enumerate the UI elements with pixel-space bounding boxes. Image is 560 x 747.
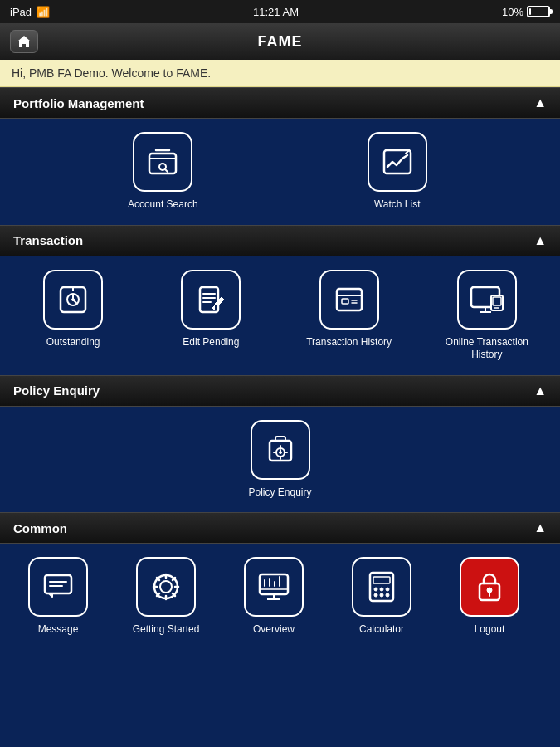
policy-enquiry-item[interactable]: Policy Enquiry	[231, 420, 330, 500]
svg-point-10	[72, 298, 75, 300]
account-search-icon-box	[133, 132, 192, 192]
transaction-chevron: ▲	[533, 233, 547, 248]
home-button[interactable]	[10, 30, 38, 53]
transaction-history-label: Transaction History	[306, 336, 392, 349]
overview-item[interactable]: Overview	[224, 557, 324, 637]
account-search-label: Account Search	[128, 198, 198, 212]
calculator-icon-box	[352, 557, 411, 617]
policy-enquiry-label: Policy Enquiry	[248, 486, 311, 500]
policy-chevron: ▲	[533, 383, 547, 398]
edit-pending-icon-box	[181, 270, 241, 330]
getting-started-label: Getting Started	[133, 623, 200, 637]
edit-pending-label: Edit Pending	[183, 336, 239, 349]
svg-point-61	[386, 593, 389, 597]
watch-list-icon-box	[368, 132, 427, 192]
message-icon-box	[28, 557, 88, 617]
logout-item[interactable]: Logout	[440, 557, 539, 637]
calculator-item[interactable]: Calculator	[332, 557, 431, 637]
svg-point-60	[380, 593, 383, 597]
outstanding-icon-box	[43, 270, 103, 330]
svg-rect-16	[342, 299, 348, 304]
status-left: iPad 📶	[10, 6, 50, 18]
online-transaction-history-label: Online Transaction History	[437, 336, 537, 362]
portfolio-section-content: Account Search Watch List	[0, 119, 560, 225]
policy-section-content: Policy Enquiry	[0, 407, 560, 513]
watch-list-item[interactable]: Watch List	[348, 132, 447, 212]
common-chevron: ▲	[533, 520, 547, 535]
battery-percent: 10%	[502, 6, 523, 18]
svg-point-32	[279, 451, 281, 453]
battery-fill	[529, 8, 531, 15]
outstanding-item[interactable]: Outstanding	[23, 270, 123, 349]
status-right: 10%	[502, 6, 550, 18]
svg-line-2	[165, 169, 168, 172]
outstanding-label: Outstanding	[46, 336, 100, 349]
overview-icon-box	[244, 557, 304, 617]
svg-rect-15	[337, 289, 362, 310]
message-label: Message	[38, 623, 79, 637]
device-name: iPad	[10, 6, 32, 18]
status-time: 11:21 AM	[253, 6, 299, 18]
transaction-history-icon-box	[319, 270, 379, 330]
common-section-header[interactable]: Common ▲	[0, 512, 560, 544]
transaction-section-title: Transaction	[13, 233, 83, 247]
svg-rect-11	[200, 287, 218, 312]
getting-started-item[interactable]: Getting Started	[116, 557, 216, 637]
svg-point-37	[160, 581, 172, 593]
status-bar: iPad 📶 11:21 AM 10%	[0, 0, 560, 23]
wifi-icon: 📶	[37, 6, 50, 18]
online-transaction-history-icon-box	[457, 270, 517, 330]
policy-enquiry-icon-box	[251, 420, 310, 480]
common-section-title: Common	[13, 521, 67, 535]
portfolio-section-title: Portfolio Management	[13, 96, 144, 110]
transaction-section-content: Outstanding Edit Pending Tr	[0, 256, 560, 375]
svg-rect-55	[373, 577, 390, 583]
watch-list-label: Watch List	[374, 198, 421, 212]
svg-rect-33	[45, 575, 71, 593]
svg-point-57	[380, 588, 383, 591]
transaction-history-item[interactable]: Transaction History	[299, 270, 399, 349]
svg-point-59	[374, 593, 377, 597]
account-search-item[interactable]: Account Search	[113, 132, 212, 212]
edit-pending-item[interactable]: Edit Pending	[161, 270, 261, 349]
svg-point-56	[374, 588, 377, 591]
battery-icon	[527, 6, 550, 17]
nav-bar: FAME	[0, 23, 560, 60]
overview-label: Overview	[253, 623, 295, 637]
getting-started-icon-box	[136, 557, 196, 617]
welcome-message: Hi, PMB FA Demo. Welcome to FAME.	[12, 66, 211, 80]
policy-section-title: Policy Enquiry	[13, 383, 100, 398]
portfolio-chevron: ▲	[533, 95, 547, 110]
calculator-label: Calculator	[359, 623, 404, 637]
common-section-content: Message Getting Started	[0, 544, 560, 650]
portfolio-section-header[interactable]: Portfolio Management ▲	[0, 87, 560, 119]
transaction-section-header[interactable]: Transaction ▲	[0, 225, 560, 256]
message-item[interactable]: Message	[8, 557, 108, 637]
logout-icon-box	[460, 557, 519, 617]
welcome-banner: Hi, PMB FA Demo. Welcome to FAME.	[0, 60, 560, 87]
svg-point-58	[386, 588, 389, 591]
app-title: FAME	[257, 33, 302, 51]
logout-label: Logout	[475, 623, 505, 637]
policy-section-header[interactable]: Policy Enquiry ▲	[0, 375, 560, 407]
online-transaction-history-item[interactable]: Online Transaction History	[437, 270, 537, 362]
